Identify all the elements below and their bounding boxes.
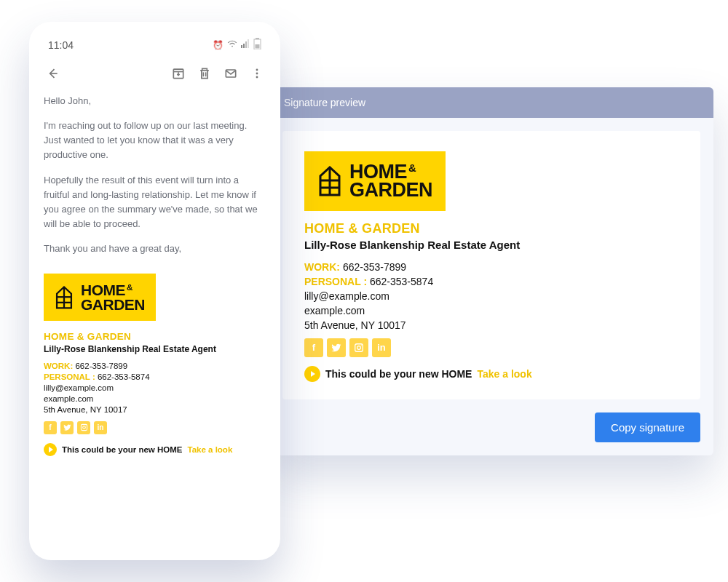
svg-rect-9 — [245, 41, 247, 48]
instagram-icon[interactable] — [77, 421, 90, 434]
status-bar: 11:04 ⏰ — [44, 35, 266, 62]
preview-body: HOME& GARDEN HOME & GARDEN Lilly-Rose Bl… — [282, 131, 700, 399]
svg-rect-8 — [243, 44, 245, 48]
work-phone[interactable]: 662-353-7899 — [75, 362, 127, 370]
instagram-icon[interactable] — [349, 338, 368, 357]
email-paragraph-1: I'm reaching out to follow up on our las… — [44, 119, 266, 162]
personal-label: PERSONAL : — [304, 276, 367, 287]
cta-link[interactable]: Take a look — [477, 368, 531, 380]
svg-point-21 — [256, 69, 258, 71]
copy-signature-button[interactable]: Copy signature — [595, 412, 700, 442]
work-label: WORK: — [44, 362, 73, 370]
play-icon — [44, 443, 57, 456]
cta-line[interactable]: This could be your new HOME Take a look — [304, 366, 678, 382]
twitter-icon[interactable] — [60, 421, 74, 434]
address-line: 5th Avenue, NY 10017 — [304, 319, 678, 331]
phone-signature: HOME& GARDEN HOME & GARDEN Lilly-Rose Bl… — [44, 274, 266, 456]
work-label: WORK: — [304, 261, 340, 273]
email-paragraph-3: Thank you and have a great day, — [44, 242, 266, 256]
work-phone-line: WORK: 662-353-7899 — [44, 362, 266, 370]
website-line[interactable]: example.com — [44, 394, 266, 403]
logo-text: HOME& GARDEN — [349, 163, 432, 199]
personal-phone-line: PERSONAL : 662-353-5874 — [304, 276, 678, 287]
cta-link[interactable]: Take a look — [188, 445, 233, 454]
personal-phone[interactable]: 662-353-5874 — [370, 276, 433, 287]
email-line[interactable]: lilly@example.com — [304, 290, 678, 302]
linkedin-icon[interactable]: in — [94, 421, 107, 434]
signature-logo: HOME& GARDEN — [44, 274, 156, 321]
cta-line[interactable]: This could be your new HOME Take a look — [44, 443, 266, 456]
svg-point-4 — [357, 346, 361, 349]
signature-name-title: Lilly-Rose Blankenship Real Estate Agent — [304, 239, 678, 251]
mail-icon[interactable] — [223, 66, 238, 81]
logo-text: HOME& GARDEN — [81, 283, 145, 311]
window-icon — [317, 166, 342, 196]
clock: 11:04 — [48, 39, 74, 51]
svg-point-28 — [82, 426, 85, 429]
signature-name-title: Lilly-Rose Blankenship Real Estate Agent — [44, 344, 266, 354]
work-phone-line: WORK: 662-353-7899 — [304, 261, 678, 273]
signature-logo: HOME& GARDEN — [304, 151, 446, 211]
battery-icon — [253, 38, 261, 52]
cta-text: This could be your new HOME — [325, 368, 472, 380]
window-icon — [55, 286, 74, 309]
linkedin-icon[interactable]: in — [372, 338, 391, 357]
svg-point-5 — [361, 345, 362, 346]
trash-icon[interactable] — [197, 66, 212, 81]
social-icons-row: f in — [44, 421, 266, 434]
signal-icon — [241, 39, 250, 50]
status-icons: ⏰ — [213, 38, 261, 52]
preview-header: Signature preview — [269, 87, 713, 118]
email-body: Hello John, I'm reaching out to follow u… — [44, 94, 266, 266]
svg-rect-10 — [248, 39, 249, 48]
website-line[interactable]: example.com — [304, 305, 678, 316]
svg-point-29 — [85, 426, 86, 426]
work-phone[interactable]: 662-353-7899 — [343, 261, 406, 273]
preview-footer: Copy signature — [269, 412, 713, 455]
archive-icon[interactable] — [171, 66, 186, 81]
address-line: 5th Avenue, NY 10017 — [44, 405, 266, 414]
social-icons-row: f in — [304, 338, 678, 357]
svg-point-23 — [256, 76, 258, 79]
back-icon[interactable] — [45, 66, 60, 81]
svg-rect-3 — [355, 343, 363, 351]
signature-preview-panel: Signature preview HOME& GARDEN HOME & GA… — [269, 87, 713, 455]
email-paragraph-2: Hopefully the result of this event will … — [44, 173, 266, 232]
personal-phone[interactable]: 662-353-5874 — [98, 372, 150, 381]
personal-label: PERSONAL : — [44, 372, 95, 381]
signature-company: HOME & GARDEN — [304, 221, 678, 236]
play-icon — [304, 366, 320, 382]
more-icon[interactable] — [250, 66, 264, 81]
wifi-icon — [227, 39, 237, 50]
alarm-icon: ⏰ — [213, 40, 223, 50]
email-line[interactable]: lilly@example.com — [44, 383, 266, 392]
email-toolbar — [44, 62, 266, 94]
twitter-icon[interactable] — [327, 338, 346, 357]
svg-rect-7 — [241, 45, 242, 48]
cta-text: This could be your new HOME — [62, 445, 183, 454]
svg-point-6 — [232, 46, 233, 47]
phone-mockup: 11:04 ⏰ — [29, 22, 280, 560]
svg-point-22 — [256, 73, 258, 75]
facebook-icon[interactable]: f — [44, 421, 57, 434]
email-greeting: Hello John, — [44, 94, 266, 108]
svg-rect-13 — [256, 44, 260, 49]
facebook-icon[interactable]: f — [304, 338, 323, 357]
signature-company: HOME & GARDEN — [44, 331, 266, 342]
svg-rect-27 — [81, 425, 87, 431]
personal-phone-line: PERSONAL : 662-353-5874 — [44, 372, 266, 381]
